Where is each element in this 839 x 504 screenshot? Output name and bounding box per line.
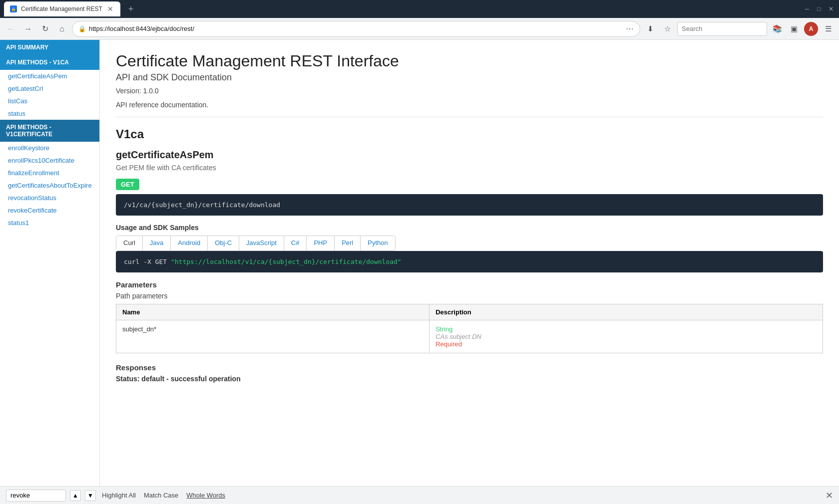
minimize-button[interactable]: ─	[803, 5, 811, 13]
param-type: String	[435, 325, 817, 333]
endpoint-path: /v1/ca/{subject_dn}/certificate/download	[124, 201, 280, 209]
tab-close-button[interactable]: ✕	[106, 5, 114, 13]
sidebar-link-getCertificatesAboutToExpire[interactable]: getCertificatesAboutToExpire	[0, 179, 99, 192]
sdk-tabs: Curl Java Android Obj-C JavaScript C# PH…	[116, 236, 396, 251]
sdk-tab-android[interactable]: Android	[171, 236, 208, 251]
curl-url: "https://localhost/v1/ca/{subject_dn}/ce…	[171, 258, 402, 265]
browser-titlebar: 🔒 Certificate Management REST ✕ + ─ □ ✕	[0, 0, 839, 18]
sdk-tab-javascript[interactable]: JavaScript	[239, 236, 284, 251]
sdk-tab-java[interactable]: Java	[143, 236, 171, 251]
browser-navbar: ← → ↻ ⌂ 🔒 https://localhost:8443/ejbca/d…	[0, 18, 839, 40]
close-window-button[interactable]: ✕	[827, 5, 835, 13]
find-close-button[interactable]: ✕	[826, 490, 833, 501]
usage-section-label: Usage and SDK Samples	[116, 224, 823, 232]
sdk-tab-curl[interactable]: Curl	[116, 236, 143, 251]
responses-status: Status: default - successful operation	[116, 375, 823, 383]
find-prev-button[interactable]: ▲	[70, 490, 81, 501]
endpoint-description: Get PEM file with CA certificates	[116, 164, 823, 172]
address-bar[interactable]: 🔒 https://localhost:8443/ejbca/doc/rest/…	[72, 21, 640, 37]
reload-button[interactable]: ↻	[38, 22, 52, 36]
parameters-table: Name Description subject_dn* String CAs …	[116, 304, 823, 353]
sidebar-link-status1[interactable]: status1	[0, 217, 99, 229]
find-next-button[interactable]: ▼	[85, 490, 96, 501]
sidebar-link-status[interactable]: status	[0, 107, 99, 120]
maximize-button[interactable]: □	[815, 5, 823, 13]
whole-words-button[interactable]: Whole Words	[184, 491, 227, 500]
sidebar-link-getCertificateAsPem[interactable]: getCertificateAsPem	[0, 70, 99, 82]
url-text: https://localhost:8443/ejbca/doc/rest/	[89, 25, 623, 32]
sidebar-link-enrollKeystore[interactable]: enrollKeystore	[0, 142, 99, 154]
sidebar-toggle-button[interactable]: ▣	[787, 22, 801, 36]
sidebar-link-finalizeEnrollment[interactable]: finalizeEnrollment	[0, 167, 99, 179]
sidebar-section-api-summary[interactable]: API SUMMARY	[0, 40, 99, 55]
curl-command: curl -X GET	[124, 258, 167, 265]
sdk-tab-objc[interactable]: Obj-C	[208, 236, 239, 251]
highlight-all-button[interactable]: Highlight All	[100, 491, 138, 500]
home-button[interactable]: ⌂	[55, 22, 69, 36]
main-area: API SUMMARY API METHODS - V1CA getCertif…	[0, 40, 839, 486]
window-controls: ─ □ ✕	[803, 5, 835, 13]
browser-tab[interactable]: 🔒 Certificate Management REST ✕	[4, 1, 120, 16]
param-description: CAs subject DN	[435, 333, 817, 340]
sidebar-link-enrollPkcs10Certificate[interactable]: enrollPkcs10Certificate	[0, 154, 99, 167]
method-badge-get: GET	[116, 179, 139, 190]
tab-favicon: 🔒	[10, 5, 17, 12]
col-header-name: Name	[116, 304, 429, 320]
sdk-tab-php[interactable]: PHP	[307, 236, 335, 251]
sidebar-link-revokeCertificate[interactable]: revokeCertificate	[0, 204, 99, 217]
endpoint-path-block: /v1/ca/{subject_dn}/certificate/download	[116, 194, 823, 216]
match-case-button[interactable]: Match Case	[142, 491, 180, 500]
section-v1ca-title: V1ca	[116, 127, 823, 141]
more-options-icon[interactable]: ⋯	[626, 24, 634, 33]
user-avatar-button[interactable]: A	[804, 22, 818, 36]
back-button[interactable]: ←	[4, 22, 18, 36]
page-title: Certificate Management REST Interface	[116, 52, 823, 70]
version-text: Version: 1.0.0	[116, 87, 823, 95]
path-params-label: Path parameters	[116, 292, 823, 300]
curl-code-block: curl -X GET "https://localhost/v1/ca/{su…	[116, 251, 823, 272]
sidebar-link-revocationStatus[interactable]: revocationStatus	[0, 192, 99, 204]
library-button[interactable]: 📚	[770, 22, 784, 36]
sdk-tab-perl[interactable]: Perl	[335, 236, 361, 251]
responses-title: Responses	[116, 363, 823, 372]
bookmark-button[interactable]: ☆	[660, 22, 674, 36]
col-header-description: Description	[429, 304, 823, 320]
page-description: API reference documentation.	[116, 101, 823, 117]
endpoint-title: getCertificateAsPem	[116, 149, 823, 161]
forward-button[interactable]: →	[21, 22, 35, 36]
param-name: subject_dn*	[122, 325, 156, 333]
menu-button[interactable]: ☰	[821, 22, 835, 36]
parameters-title: Parameters	[116, 280, 823, 289]
lock-icon: 🔒	[78, 25, 86, 32]
nav-right-buttons: ⬇ ☆ 📚 ▣ A ☰	[643, 22, 835, 36]
search-input[interactable]	[677, 22, 767, 36]
sidebar-section-v1ca[interactable]: API METHODS - V1CA	[0, 55, 99, 70]
sidebar-link-getLatestCrl[interactable]: getLatestCrl	[0, 82, 99, 95]
sdk-tab-csharp[interactable]: C#	[284, 236, 307, 251]
param-required: Required	[435, 340, 817, 348]
sidebar-link-listCas[interactable]: listCas	[0, 95, 99, 107]
sdk-tab-python[interactable]: Python	[361, 236, 395, 251]
table-row: subject_dn* String CAs subject DN Requir…	[116, 320, 823, 353]
find-input[interactable]	[6, 490, 66, 502]
sidebar-section-v1certificate[interactable]: API METHODS - V1CERTIFICATE	[0, 120, 99, 142]
pocket-button[interactable]: ⬇	[643, 22, 657, 36]
new-tab-button[interactable]: +	[124, 4, 138, 14]
page-subtitle: API and SDK Documentation	[116, 72, 823, 83]
find-bar: ▲ ▼ Highlight All Match Case Whole Words…	[0, 486, 839, 504]
sidebar: API SUMMARY API METHODS - V1CA getCertif…	[0, 40, 100, 486]
tab-title: Certificate Management REST	[21, 5, 102, 12]
content-area: Certificate Management REST Interface AP…	[100, 40, 839, 486]
